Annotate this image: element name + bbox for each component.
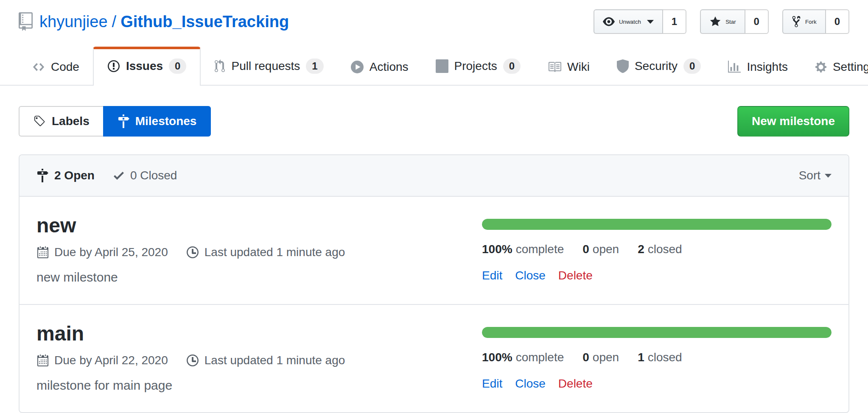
progress-bar — [482, 219, 832, 230]
milestone-description: new milestone — [36, 270, 456, 285]
fork-icon — [792, 15, 801, 28]
git-pull-request-icon — [214, 59, 225, 73]
tab-code-label: Code — [51, 60, 79, 74]
repo-tab-nav: Code Issues 0 Pull requests 1 Actions Pr… — [0, 47, 868, 86]
tab-wiki[interactable]: Wiki — [534, 49, 603, 85]
breadcrumb-separator: / — [112, 13, 117, 31]
tab-security[interactable]: Security 0 — [603, 47, 715, 85]
calendar-icon — [36, 246, 48, 259]
watchers-count[interactable]: 1 — [663, 9, 686, 34]
milestone-actions: Edit Close Delete — [482, 377, 832, 391]
milestones-list-header: 2 Open 0 Closed Sort — [20, 155, 848, 197]
forks-count[interactable]: 0 — [826, 9, 849, 34]
fork-button[interactable]: Fork — [782, 9, 826, 34]
tab-code[interactable]: Code — [19, 49, 93, 85]
filter-open[interactable]: 2 Open — [36, 169, 95, 182]
repo-header: khyunjiee / Github_IssueTracking Unwatch… — [0, 0, 868, 47]
completion-stat: 100%complete — [482, 243, 564, 256]
close-link[interactable]: Close — [515, 377, 546, 391]
repo-icon — [19, 12, 33, 31]
filter-closed[interactable]: 0 Closed — [113, 169, 177, 182]
calendar-icon — [36, 354, 48, 367]
watch-button-group: Unwatch 1 — [594, 9, 686, 34]
tab-wiki-label: Wiki — [567, 60, 590, 74]
delete-link[interactable]: Delete — [558, 269, 593, 282]
tab-security-label: Security — [635, 59, 678, 73]
milestone-title-link[interactable]: main — [36, 322, 84, 345]
edit-link[interactable]: Edit — [482, 269, 502, 282]
tag-icon — [33, 115, 46, 128]
project-icon — [436, 59, 448, 73]
last-updated: Last updated 1 minute ago — [187, 354, 345, 367]
play-icon — [351, 61, 364, 73]
pull-requests-counter: 1 — [306, 59, 323, 74]
milestones-list: 2 Open 0 Closed Sort new Due by — [19, 154, 849, 413]
milestones-button[interactable]: Milestones — [103, 106, 211, 137]
chevron-down-icon — [647, 20, 654, 24]
progress-bar-fill — [482, 327, 832, 338]
sort-dropdown[interactable]: Sort — [799, 169, 832, 182]
gear-icon — [815, 61, 827, 73]
due-date: Due by April 25, 2020 — [36, 246, 168, 259]
milestone-info: new Due by April 25, 2020 Last updated 1… — [36, 214, 456, 285]
milestone-info: main Due by April 22, 2020 Last updated … — [36, 322, 456, 393]
state-filters: 2 Open 0 Closed — [36, 169, 177, 182]
progress-bar-fill — [482, 219, 832, 230]
clock-icon — [187, 246, 199, 259]
tab-settings[interactable]: Settings — [801, 49, 868, 85]
open-stat: 0open — [582, 351, 619, 364]
milestone-progress-panel: 100%complete 0open 1closed Edit Close De… — [482, 322, 832, 393]
star-button[interactable]: Star — [700, 9, 745, 34]
milestone-icon — [36, 169, 48, 182]
labels-button[interactable]: Labels — [19, 106, 103, 137]
chevron-down-icon — [825, 174, 832, 178]
milestone-row: new Due by April 25, 2020 Last updated 1… — [20, 197, 848, 304]
edit-link[interactable]: Edit — [482, 377, 502, 391]
delete-link[interactable]: Delete — [558, 377, 593, 391]
tab-pull-requests[interactable]: Pull requests 1 — [201, 47, 337, 85]
breadcrumb: khyunjiee / Github_IssueTracking — [19, 12, 289, 31]
completion-stat: 100%complete — [482, 351, 564, 364]
clock-icon — [187, 354, 199, 367]
sort-label: Sort — [799, 169, 820, 182]
tab-pull-requests-label: Pull requests — [231, 59, 300, 73]
close-link[interactable]: Close — [515, 269, 546, 282]
tab-insights-label: Insights — [747, 60, 788, 74]
unwatch-button[interactable]: Unwatch — [594, 9, 663, 34]
last-updated-text: Last updated 1 minute ago — [204, 354, 345, 367]
closed-filter-label: 0 Closed — [130, 169, 177, 182]
breadcrumb-repo-link[interactable]: Github_IssueTracking — [120, 13, 289, 31]
due-date-text: Due by April 25, 2020 — [54, 246, 168, 259]
open-stat: 0open — [582, 243, 619, 256]
star-label: Star — [725, 19, 736, 25]
unwatch-label: Unwatch — [619, 19, 641, 25]
last-updated: Last updated 1 minute ago — [187, 246, 345, 259]
star-icon — [709, 16, 721, 28]
due-date: Due by April 22, 2020 — [36, 354, 168, 367]
tab-insights[interactable]: Insights — [714, 49, 801, 85]
security-counter: 0 — [683, 59, 701, 74]
milestone-icon — [118, 114, 129, 128]
tab-actions[interactable]: Actions — [337, 49, 422, 85]
milestone-row: main Due by April 22, 2020 Last updated … — [20, 304, 848, 412]
book-icon — [548, 60, 561, 74]
milestone-stats: 100%complete 0open 1closed — [482, 351, 832, 364]
closed-stat: 2closed — [638, 243, 682, 256]
stargazers-count[interactable]: 0 — [745, 9, 769, 34]
tab-actions-label: Actions — [370, 60, 409, 74]
new-milestone-button[interactable]: New milestone — [737, 106, 849, 137]
tab-settings-label: Settings — [833, 60, 868, 74]
milestone-stats: 100%complete 0open 2closed — [482, 243, 832, 256]
fork-button-group: Fork 0 — [782, 9, 849, 34]
tab-issues[interactable]: Issues 0 — [93, 47, 201, 86]
eye-icon — [603, 16, 615, 28]
closed-stat: 1closed — [638, 351, 682, 364]
tab-projects[interactable]: Projects 0 — [422, 47, 535, 85]
milestone-description: milestone for main page — [36, 378, 456, 393]
breadcrumb-owner-link[interactable]: khyunjiee — [39, 13, 108, 31]
milestone-progress-panel: 100%complete 0open 2closed Edit Close De… — [482, 214, 832, 285]
milestone-title-link[interactable]: new — [36, 214, 76, 237]
tab-projects-label: Projects — [454, 59, 497, 73]
graph-icon — [728, 61, 741, 73]
tab-issues-label: Issues — [126, 59, 163, 73]
